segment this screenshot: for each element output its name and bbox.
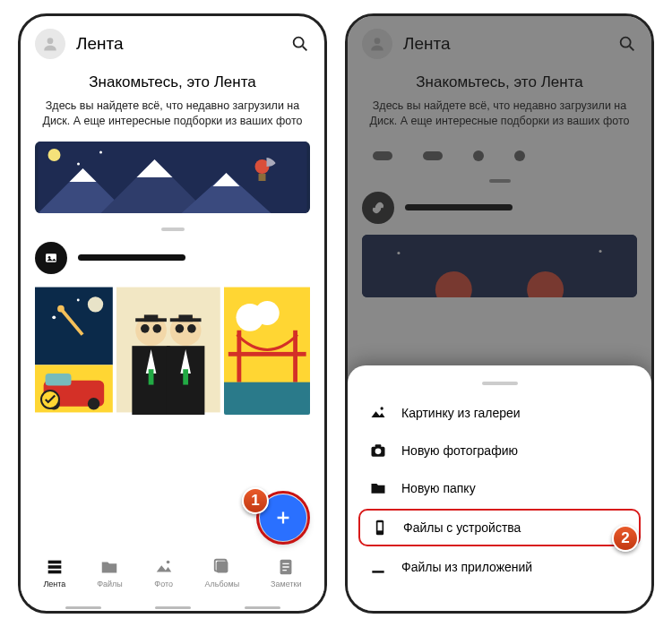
svg-point-18 [52,315,56,319]
search-icon[interactable] [290,34,310,54]
svg-rect-51 [48,565,62,569]
svg-rect-50 [48,561,62,564]
annotation-badge-2: 2 [612,525,639,552]
svg-point-25 [88,398,100,410]
section-title-placeholder [78,254,185,261]
svg-point-4 [77,162,80,165]
page-title: Лента [76,34,280,54]
phone-left: Лента Знакомьтесь, это Лента Здесь вы на… [18,13,327,614]
svg-rect-52 [48,571,62,574]
svg-point-45 [254,301,279,325]
svg-point-53 [166,561,169,564]
svg-point-1 [294,38,304,47]
home-indicator [65,606,280,609]
header: Лента [21,16,324,66]
nav-photo[interactable]: Фото [154,557,174,604]
svg-point-64 [381,407,383,409]
menu-device-files[interactable]: Файлы с устройства [358,509,641,546]
nav-notes[interactable]: Заметки [271,557,301,604]
photo-tile-3[interactable] [224,285,310,415]
check-badge-icon [40,390,60,409]
svg-point-30 [141,324,150,333]
separator [161,228,185,231]
svg-rect-23 [46,374,72,386]
sheet-handle[interactable] [482,382,518,385]
svg-point-66 [375,449,382,455]
svg-point-20 [57,305,65,313]
menu-app-files[interactable]: Файлы из приложений [348,548,651,586]
svg-point-31 [152,324,161,333]
svg-rect-13 [259,174,266,181]
menu-gallery[interactable]: Картинку из галереи [348,394,651,432]
menu-camera[interactable]: Новую фотографию [348,432,651,469]
svg-rect-69 [378,522,383,530]
avatar[interactable] [35,29,65,59]
svg-rect-34 [148,369,153,384]
intro-subtitle: Здесь вы найдете всё, что недавно загруз… [42,99,303,129]
menu-label: Новую папку [401,481,476,495]
svg-point-0 [47,38,54,44]
svg-point-3 [48,149,61,161]
nav-label: Альбомы [204,580,239,588]
svg-point-39 [187,324,196,333]
menu-label: Новую фотографию [401,443,518,458]
svg-point-5 [99,150,102,153]
phone-right: Лента Знакомьтесь, это Лента Здесь вы на… [345,13,654,614]
action-sheet: Картинку из галереи Новую фотографию Нов… [348,365,651,611]
photo-tile-2[interactable] [116,285,220,415]
nav-feed[interactable]: Лента [43,557,65,604]
svg-point-19 [77,298,80,301]
svg-rect-49 [224,382,310,414]
svg-point-17 [88,296,103,312]
nav-albums[interactable]: Альбомы [204,557,239,604]
nav-label: Заметки [271,580,301,588]
annotation-badge-1: 1 [242,487,269,514]
svg-rect-70 [372,571,383,573]
bottom-nav: Лента Файлы Фото Альбомы Заметки [21,554,324,604]
svg-point-15 [48,256,51,259]
svg-rect-29 [135,318,167,322]
menu-label: Файлы из приложений [401,560,532,574]
menu-label: Картинку из галереи [401,406,521,420]
menu-label: Файлы с устройства [403,520,521,535]
banner-mountains [35,142,310,213]
photo-grid [21,274,324,415]
svg-rect-67 [375,444,382,447]
svg-point-38 [175,324,184,333]
intro-block: Знакомьтесь, это Лента Здесь вы найдете … [21,66,324,142]
nav-label: Лента [43,580,65,588]
intro-title: Знакомьтесь, это Лента [42,73,303,91]
photo-tile-1[interactable] [35,285,113,415]
svg-rect-37 [170,318,202,322]
photo-section-icon [35,242,67,274]
nav-label: Файлы [97,580,123,588]
svg-rect-42 [183,369,188,384]
menu-folder[interactable]: Новую папку [348,469,651,507]
section-header [21,242,324,274]
nav-files[interactable]: Файлы [97,557,123,604]
nav-label: Фото [154,580,173,588]
